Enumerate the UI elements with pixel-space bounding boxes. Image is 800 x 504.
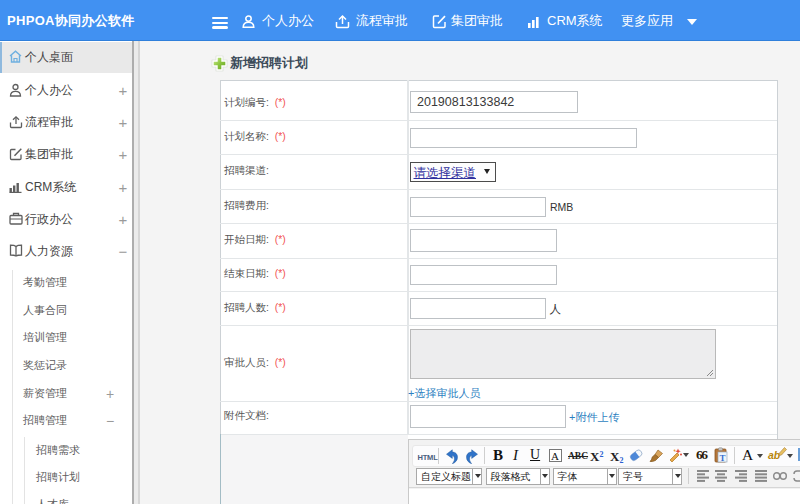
- svg-text:T: T: [719, 453, 725, 463]
